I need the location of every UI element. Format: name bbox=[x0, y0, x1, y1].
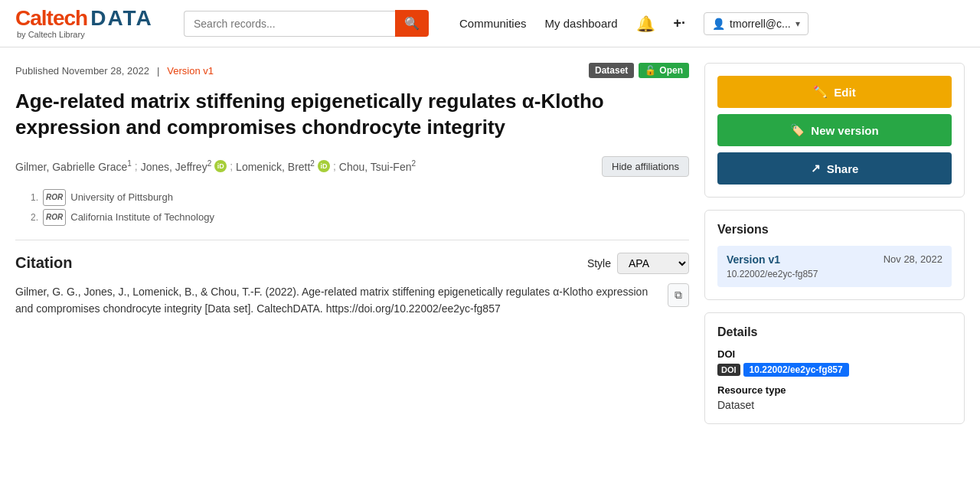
new-version-button[interactable]: 🏷️ New version bbox=[717, 114, 952, 146]
citation-title: Citation bbox=[15, 254, 72, 272]
orcid-icon-jones[interactable]: iD bbox=[214, 160, 227, 172]
aff-name-1: University of Pittsburgh bbox=[70, 188, 173, 207]
logo-subtitle: by Caltech Library bbox=[17, 31, 168, 39]
resource-type-value: Dataset bbox=[717, 399, 952, 411]
lock-icon: 🔓 bbox=[645, 65, 656, 76]
affiliation-2: 2. ROR California Institute of Technolog… bbox=[31, 207, 689, 227]
user-icon: 👤 bbox=[712, 18, 725, 30]
resource-type-label: Resource type bbox=[717, 384, 952, 396]
nav-dashboard[interactable]: My dashboard bbox=[545, 17, 618, 30]
orcid-icon-lomenick[interactable]: iD bbox=[318, 160, 330, 172]
meta-separator: | bbox=[157, 65, 159, 77]
user-dropdown[interactable]: 👤 tmorrell@c... ▾ bbox=[704, 12, 808, 35]
tag-icon: 🏷️ bbox=[790, 123, 805, 137]
search-icon: 🔍 bbox=[404, 17, 420, 30]
citation-text: Gilmer, G. G., Jones, J., Lomenick, B., … bbox=[15, 283, 689, 318]
search-area: 🔍 bbox=[184, 10, 429, 37]
version-date: Nov 28, 2022 bbox=[884, 253, 942, 266]
chevron-down-icon: ▾ bbox=[795, 18, 800, 29]
details-title: Details bbox=[717, 325, 952, 339]
add-icon[interactable]: +· bbox=[674, 15, 686, 31]
versions-card: Versions Version v1 Nov 28, 2022 10.2200… bbox=[704, 210, 965, 300]
nav-links: Communities My dashboard 🔔 +· 👤 tmorrell… bbox=[459, 12, 965, 35]
versions-title: Versions bbox=[717, 223, 952, 237]
edit-icon: ✏️ bbox=[813, 85, 828, 99]
version-item[interactable]: Version v1 Nov 28, 2022 10.22002/ee2yc-f… bbox=[717, 246, 952, 287]
share-icon: ↗ bbox=[811, 162, 821, 175]
doi-tag: DOI bbox=[717, 364, 740, 376]
citation-section: Citation Style APA Chicago MLA Harvard ⧉… bbox=[15, 253, 689, 318]
ror-badge-2: ROR bbox=[43, 209, 66, 226]
citation-header: Citation Style APA Chicago MLA Harvard bbox=[15, 253, 689, 274]
content-area: Published November 28, 2022 | Version v1… bbox=[15, 63, 689, 436]
version-label: Version v1 bbox=[727, 253, 780, 266]
author-3: Lomenick, Brett2 bbox=[236, 159, 315, 173]
author-1: Gilmer, Gabrielle Grace1 bbox=[15, 159, 132, 173]
hide-affiliations-button[interactable]: Hide affiliations bbox=[602, 156, 689, 177]
copy-citation-button[interactable]: ⧉ bbox=[668, 283, 689, 307]
share-button[interactable]: ↗ Share bbox=[717, 152, 952, 185]
notification-icon[interactable]: 🔔 bbox=[636, 15, 655, 33]
dataset-badge: Dataset bbox=[589, 63, 634, 78]
style-label: Style bbox=[587, 257, 611, 269]
search-input[interactable] bbox=[184, 11, 395, 37]
details-card: Details DOI DOI 10.22002/ee2yc-fg857 Res… bbox=[704, 312, 965, 424]
affiliations: 1. ROR University of Pittsburgh 2. ROR C… bbox=[31, 188, 689, 227]
version-link[interactable]: Version v1 bbox=[167, 65, 214, 77]
version-top: Version v1 Nov 28, 2022 bbox=[727, 253, 942, 266]
edit-button[interactable]: ✏️ Edit bbox=[717, 76, 952, 108]
logo-data-text: DATA bbox=[90, 8, 153, 29]
logo-caltech-text: Caltech bbox=[15, 8, 87, 29]
nav-communities[interactable]: Communities bbox=[459, 17, 527, 30]
page-title: Age-related matrix stiffening epigenetic… bbox=[15, 89, 689, 141]
doi-value[interactable]: 10.22002/ee2yc-fg857 bbox=[743, 363, 849, 377]
user-label: tmorrell@c... bbox=[730, 18, 791, 30]
citation-style: Style APA Chicago MLA Harvard bbox=[587, 253, 689, 274]
affiliation-1: 1. ROR University of Pittsburgh bbox=[31, 188, 689, 207]
logo-area: Caltech DATA by Caltech Library bbox=[15, 8, 168, 39]
doi-label: DOI bbox=[717, 348, 952, 360]
author-4: Chou, Tsui-Fen2 bbox=[339, 159, 416, 173]
published-date: Published November 28, 2022 bbox=[15, 65, 149, 77]
meta-badges: Dataset 🔓 Open bbox=[589, 63, 689, 78]
meta-line: Published November 28, 2022 | Version v1… bbox=[15, 63, 689, 78]
open-badge: 🔓 Open bbox=[639, 63, 689, 78]
author-2: Jones, Jeffrey2 bbox=[141, 159, 211, 173]
main-container: Published November 28, 2022 | Version v1… bbox=[0, 47, 980, 452]
version-doi: 10.22002/ee2yc-fg857 bbox=[727, 269, 942, 279]
header: Caltech DATA by Caltech Library 🔍 Commun… bbox=[0, 0, 980, 47]
authors-line: Gilmer, Gabrielle Grace1 ; Jones, Jeffre… bbox=[15, 156, 689, 177]
sidebar: ✏️ Edit 🏷️ New version ↗ Share Versions … bbox=[704, 63, 965, 436]
action-buttons-card: ✏️ Edit 🏷️ New version ↗ Share bbox=[704, 63, 965, 198]
copy-icon: ⧉ bbox=[675, 289, 682, 301]
style-select[interactable]: APA Chicago MLA Harvard bbox=[617, 253, 689, 274]
doi-badge: DOI 10.22002/ee2yc-fg857 bbox=[717, 363, 849, 377]
aff-name-2: California Institute of Technology bbox=[70, 207, 214, 227]
search-button[interactable]: 🔍 bbox=[395, 10, 429, 37]
divider bbox=[15, 240, 689, 240]
ror-badge-1: ROR bbox=[43, 189, 66, 206]
